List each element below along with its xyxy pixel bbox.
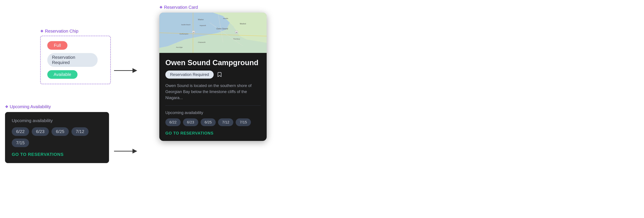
main-reservation-card: Owen Sound Meaford Thornbury Wiarton Sau…	[159, 13, 267, 141]
card-date-chip-2[interactable]: 6/25	[200, 118, 216, 126]
card-date-chip-4[interactable]: 7/15	[236, 118, 251, 126]
card-chips-row: Reservation Required	[165, 71, 260, 79]
date-chip-0[interactable]: 6/22	[12, 127, 29, 136]
go-to-reservations-button[interactable]: GO TO RESERVATIONS	[12, 152, 102, 157]
date-chip-1[interactable]: 6/23	[32, 127, 49, 136]
card-chip-reservation-required[interactable]: Reservation Required	[165, 71, 214, 79]
reservation-card-label: Reservation Card	[159, 5, 267, 10]
svg-marker-3	[132, 149, 137, 153]
card-upcoming-title: Upcoming availability	[165, 110, 260, 115]
reservation-chip-section: Reservation Chip Full Reservation Requir…	[40, 29, 111, 84]
svg-text:Wiarton: Wiarton	[198, 19, 204, 21]
card-campground-name: Owen Sound Campground	[165, 58, 260, 67]
bookmark-icon[interactable]	[217, 72, 222, 77]
svg-text:Kemble: Kemble	[223, 18, 228, 19]
svg-text:Hepworth: Hepworth	[200, 25, 206, 26]
reservation-card-section: Reservation Card Owen Sound Meaford Thor…	[159, 5, 267, 141]
chip-box: Full Reservation Required Available	[40, 36, 111, 84]
date-chip-4[interactable]: 7/15	[12, 139, 29, 147]
svg-marker-1	[132, 68, 137, 73]
card-date-chip-1[interactable]: 6/23	[183, 118, 198, 126]
upcoming-label: Upcoming Availability	[5, 104, 109, 109]
card-date-chip-0[interactable]: 6/22	[165, 118, 180, 126]
svg-text:Sauble Beach: Sauble Beach	[181, 24, 190, 26]
svg-text:26: 26	[236, 32, 237, 33]
date-chip-2[interactable]: 6/25	[52, 127, 69, 136]
chip-full[interactable]: Full	[47, 41, 68, 50]
svg-text:Port Elgin: Port Elgin	[176, 47, 183, 48]
card-date-chips-row: 6/22 6/23 6/25 7/12 7/15	[165, 118, 260, 126]
svg-text:Meaford: Meaford	[240, 23, 246, 25]
svg-text:Southampton: Southampton	[180, 33, 188, 35]
card-divider	[165, 105, 260, 106]
card-description: Owen Sound is located on the southern sh…	[165, 83, 260, 101]
svg-text:Chatsworth: Chatsworth	[198, 42, 206, 43]
upcoming-card-title: Upcoming availability	[12, 118, 102, 123]
arrow-upcoming-to-card	[114, 146, 138, 156]
upcoming-availability-section: Upcoming Availability Upcoming availabil…	[5, 104, 109, 163]
arrow-chip-to-card	[114, 66, 138, 76]
card-date-chip-3[interactable]: 7/12	[218, 118, 233, 126]
date-chips-row: 6/22 6/23 6/25 7/12 7/15	[12, 127, 102, 147]
svg-text:Owen Sound: Owen Sound	[216, 28, 228, 30]
svg-text:10: 10	[193, 32, 194, 33]
chip-available[interactable]: Available	[47, 70, 78, 79]
date-chip-3[interactable]: 7/12	[72, 127, 89, 136]
svg-text:Thornbury: Thornbury	[233, 38, 240, 40]
card-body: Owen Sound Campground Reservation Requir…	[159, 53, 267, 141]
upcoming-card: Upcoming availability 6/22 6/23 6/25 7/1…	[5, 112, 109, 163]
reservation-chip-label: Reservation Chip	[40, 29, 111, 34]
card-go-to-reservations-button[interactable]: GO TO RESERVATIONS	[165, 131, 260, 136]
chip-reservation-required[interactable]: Reservation Required	[47, 53, 98, 67]
map-area: Owen Sound Meaford Thornbury Wiarton Sau…	[159, 13, 267, 53]
